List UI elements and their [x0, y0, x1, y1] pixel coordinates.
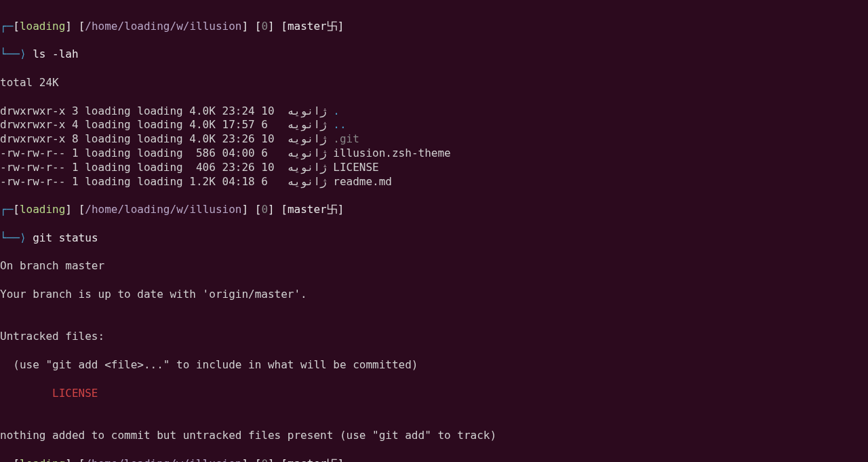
current-path: /home/loading/w/illusion: [85, 20, 241, 33]
corner-top-icon: ┌─: [0, 20, 13, 33]
git-line-1: On branch master: [0, 259, 868, 273]
return-code: 0: [261, 457, 268, 463]
corner-top-icon: ┌─: [0, 203, 13, 216]
prompt-line-2: └──⟩ ls -lah: [0, 47, 868, 62]
ls-row: drwxrwxr-x 4 loading loading 4.0K 17:57 …: [0, 118, 868, 132]
prompt-line-1: ┌─[loading] [/home/loading/w/illusion] […: [0, 20, 868, 34]
git-glyph-icon: 卐: [327, 457, 338, 463]
git-branch: master: [288, 457, 327, 463]
git-branch: master: [288, 203, 327, 216]
arrow-icon: ⟩: [20, 47, 26, 60]
ls-filename: ..: [333, 118, 346, 131]
ls-filename: .git: [333, 132, 359, 145]
git-branch: master: [288, 20, 327, 33]
ls-filename: illusion.zsh-theme: [333, 147, 450, 159]
corner-bottom-icon: └──: [0, 47, 20, 60]
command-ls: ls -lah: [33, 47, 78, 60]
prompt-line-1: ┌─[loading] [/home/loading/w/illusion] […: [0, 457, 868, 463]
git-line-2: Your branch is up to date with 'origin/m…: [0, 288, 868, 302]
ls-filename: .: [333, 104, 340, 117]
git-glyph-icon: 卐: [327, 203, 338, 216]
ls-total: total 24K: [0, 76, 868, 90]
git-line-6: LICENSE: [0, 387, 868, 401]
ls-row: -rw-rw-r-- 1 loading loading 406 23:26 1…: [0, 161, 868, 175]
username: loading: [20, 20, 65, 33]
username: loading: [20, 203, 65, 216]
ls-filename: LICENSE: [333, 161, 378, 174]
prompt-line-1: ┌─[loading] [/home/loading/w/illusion] […: [0, 203, 868, 217]
ls-filename: readme.md: [333, 175, 392, 188]
ls-row: -rw-rw-r-- 1 loading loading 586 04:00 6…: [0, 147, 868, 161]
command-gitstatus: git status: [33, 231, 98, 244]
git-line-8: nothing added to commit but untracked fi…: [0, 429, 868, 443]
current-path: /home/loading/w/illusion: [85, 457, 241, 463]
corner-bottom-icon: └──: [0, 231, 20, 244]
git-line-5: (use "git add <file>..." to include in w…: [0, 358, 868, 372]
arrow-icon: ⟩: [20, 231, 26, 244]
prompt-line-2: └──⟩ git status: [0, 231, 868, 246]
terminal-output[interactable]: ┌─[loading] [/home/loading/w/illusion] […: [0, 0, 868, 462]
ls-row: drwxrwxr-x 3 loading loading 4.0K 23:24 …: [0, 104, 868, 119]
current-path: /home/loading/w/illusion: [85, 203, 241, 216]
git-glyph-icon: 卐: [327, 20, 338, 33]
ls-row: -rw-rw-r-- 1 loading loading 1.2K 04:18 …: [0, 175, 868, 189]
corner-top-icon: ┌─: [0, 457, 13, 463]
untracked-file: LICENSE: [52, 387, 98, 400]
git-line-4: Untracked files:: [0, 330, 868, 344]
return-code: 0: [261, 20, 268, 33]
username: loading: [20, 457, 65, 463]
return-code: 0: [261, 203, 268, 216]
ls-row: drwxrwxr-x 8 loading loading 4.0K 23:26 …: [0, 132, 868, 147]
